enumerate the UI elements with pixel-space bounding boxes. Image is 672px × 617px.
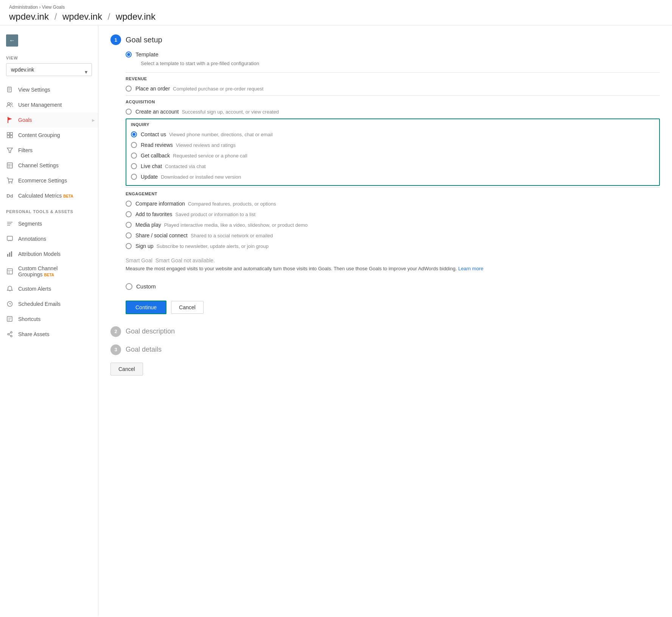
content-area: 1 Goal setup Template Select a template … bbox=[98, 25, 672, 616]
goal-setup-title: Goal setup bbox=[126, 36, 162, 44]
learn-more-link[interactable]: Learn more bbox=[458, 266, 483, 271]
place-order-desc: Completed purchase or pre-order request bbox=[173, 86, 263, 92]
sidebar-item-label: Goals bbox=[18, 117, 92, 123]
continue-button[interactable]: Continue bbox=[126, 301, 166, 314]
cancel-button[interactable]: Cancel bbox=[171, 301, 204, 314]
share-social-name: Share / social connect bbox=[135, 232, 188, 238]
goal-description-title: Goal description bbox=[126, 327, 175, 335]
sidebar-item-shortcuts[interactable]: Shortcuts bbox=[0, 312, 98, 327]
goal-option-share-social[interactable]: Share / social connect Shared to a socia… bbox=[126, 230, 660, 241]
sidebar-item-calculated-metrics[interactable]: Dd Calculated MetricsBETA bbox=[0, 188, 98, 203]
bottom-cancel-button[interactable]: Cancel bbox=[110, 363, 143, 375]
sidebar-item-label: Ecommerce Settings bbox=[18, 178, 92, 184]
sidebar-item-segments[interactable]: Segments bbox=[0, 216, 98, 231]
read-reviews-radio[interactable] bbox=[131, 142, 137, 148]
sidebar-item-ecommerce-settings[interactable]: Ecommerce Settings bbox=[0, 173, 98, 188]
step-2-circle: 2 bbox=[110, 326, 121, 337]
goal-option-get-callback[interactable]: Get callback Requested service or a phon… bbox=[131, 150, 655, 161]
step-1-circle: 1 bbox=[110, 34, 121, 45]
goal-option-place-order[interactable]: Place an order Completed purchase or pre… bbox=[126, 83, 660, 94]
sidebar-item-annotations[interactable]: Annotations bbox=[0, 231, 98, 246]
sidebar-item-label: Custom Channel GroupingsBETA bbox=[18, 265, 92, 277]
create-account-radio[interactable] bbox=[126, 109, 132, 115]
custom-option[interactable]: Custom bbox=[126, 279, 660, 294]
view-label: VIEW bbox=[0, 53, 98, 62]
action-buttons: Continue Cancel bbox=[126, 301, 660, 314]
share-social-desc: Shared to a social network or emailed bbox=[191, 233, 273, 238]
sidebar: ← VIEW wpdev.ink ▾ View Settings bbox=[0, 25, 98, 616]
breadcrumb: Administration › View Goals bbox=[9, 5, 663, 10]
template-option[interactable]: Template bbox=[126, 51, 660, 58]
sidebar-item-label: Attribution Models bbox=[18, 251, 92, 257]
media-play-radio[interactable] bbox=[126, 222, 132, 228]
share-social-radio[interactable] bbox=[126, 232, 132, 238]
sign-up-radio[interactable] bbox=[126, 243, 132, 249]
view-select[interactable]: wpdev.ink bbox=[6, 63, 92, 76]
sidebar-item-share-assets[interactable]: Share Assets bbox=[0, 327, 98, 342]
goal-option-live-chat[interactable]: Live chat Contacted via chat bbox=[131, 161, 655, 171]
media-play-desc: Played interactive media, like a video, … bbox=[164, 222, 308, 228]
document-icon bbox=[6, 86, 14, 93]
svg-point-16 bbox=[9, 182, 10, 184]
sidebar-item-label: Shortcuts bbox=[18, 316, 92, 322]
goal-option-create-account[interactable]: Create an account Successful sign up, ac… bbox=[126, 106, 660, 117]
goal-option-read-reviews[interactable]: Read reviews Viewed reviews and ratings bbox=[131, 140, 655, 150]
cart-icon bbox=[6, 177, 14, 184]
get-callback-radio[interactable] bbox=[131, 153, 137, 159]
read-reviews-desc: Viewed reviews and ratings bbox=[176, 142, 236, 148]
add-favorites-radio[interactable] bbox=[126, 211, 132, 217]
smart-goal-description: Measure the most engaged visits to your … bbox=[126, 265, 660, 273]
create-account-desc: Successful sign up, account, or view cre… bbox=[182, 109, 279, 115]
svg-rect-9 bbox=[7, 136, 9, 138]
contact-us-name: Contact us bbox=[141, 131, 166, 137]
goal-details-title: Goal details bbox=[126, 346, 162, 354]
revenue-category-label: REVENUE bbox=[126, 72, 660, 83]
sidebar-item-attribution-models[interactable]: Attribution Models bbox=[0, 246, 98, 262]
goal-option-sign-up[interactable]: Sign up Subscribe to newsletter, update … bbox=[126, 241, 660, 251]
contact-us-radio[interactable] bbox=[131, 131, 137, 137]
sidebar-item-view-settings[interactable]: View Settings bbox=[0, 82, 98, 97]
back-button-container: ← bbox=[0, 31, 98, 50]
goal-description-header: 2 Goal description bbox=[110, 323, 660, 337]
update-radio[interactable] bbox=[131, 174, 137, 180]
goal-setup-content: Template Select a template to start with… bbox=[110, 51, 660, 314]
sidebar-item-user-management[interactable]: User Management bbox=[0, 97, 98, 112]
sidebar-item-channel-settings[interactable]: Channel Settings bbox=[0, 158, 98, 173]
engagement-section: ENGAGEMENT Compare information Compared … bbox=[126, 187, 660, 251]
smart-goal-status: Smart Goal not available. bbox=[156, 257, 215, 263]
svg-rect-22 bbox=[7, 236, 12, 240]
sign-up-desc: Subscribe to newsletter, update alerts, … bbox=[156, 243, 268, 249]
sidebar-item-label: Channel Settings bbox=[18, 162, 92, 168]
svg-line-40 bbox=[9, 335, 11, 336]
get-callback-desc: Requested service or a phone call bbox=[173, 153, 247, 159]
svg-point-5 bbox=[11, 103, 12, 105]
inquiry-section: INQUIRY Contact us Viewed phone number, … bbox=[126, 118, 660, 186]
sidebar-item-scheduled-emails[interactable]: Scheduled Emails bbox=[0, 296, 98, 312]
custom-radio[interactable] bbox=[126, 283, 132, 290]
back-button[interactable]: ← bbox=[6, 34, 18, 47]
goal-option-add-favorites[interactable]: Add to favorites Saved product or inform… bbox=[126, 209, 660, 220]
sidebar-item-content-grouping[interactable]: Content Grouping bbox=[0, 128, 98, 143]
compare-info-radio[interactable] bbox=[126, 201, 132, 207]
svg-point-36 bbox=[11, 332, 12, 333]
compare-info-desc: Compared features, products, or options bbox=[188, 201, 276, 207]
place-order-radio[interactable] bbox=[126, 86, 132, 92]
acquisition-section: ACQUISITION Create an account Successful… bbox=[126, 95, 660, 117]
goal-option-update[interactable]: Update Downloaded or installed new versi… bbox=[131, 171, 655, 182]
update-name: Update bbox=[141, 174, 158, 180]
goal-option-media-play[interactable]: Media play Played interactive media, lik… bbox=[126, 220, 660, 230]
template-label: Template bbox=[135, 51, 159, 58]
svg-rect-12 bbox=[7, 163, 12, 168]
sidebar-item-filters[interactable]: Filters bbox=[0, 143, 98, 158]
sidebar-item-custom-channel-groupings[interactable]: Custom Channel GroupingsBETA bbox=[0, 262, 98, 281]
live-chat-radio[interactable] bbox=[131, 163, 137, 169]
sidebar-item-goals[interactable]: Goals bbox=[0, 112, 98, 128]
annotations-icon bbox=[6, 235, 14, 243]
place-order-name: Place an order bbox=[135, 86, 170, 92]
template-radio[interactable] bbox=[126, 51, 132, 58]
svg-rect-24 bbox=[9, 252, 10, 257]
goal-option-compare-info[interactable]: Compare information Compared features, p… bbox=[126, 198, 660, 209]
sidebar-item-custom-alerts[interactable]: Custom Alerts bbox=[0, 281, 98, 296]
goal-option-contact-us[interactable]: Contact us Viewed phone number, directio… bbox=[131, 129, 655, 140]
compare-info-name: Compare information bbox=[135, 201, 185, 207]
